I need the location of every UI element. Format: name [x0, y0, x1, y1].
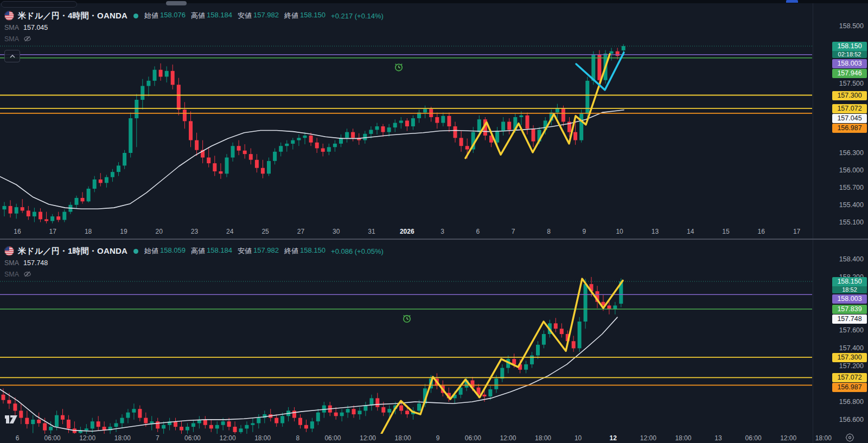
candle-body [135, 100, 138, 118]
time-label: 16 [14, 228, 21, 235]
candle-body [233, 427, 237, 432]
pane-separator[interactable] [0, 239, 868, 240]
time-label: 17 [49, 228, 56, 235]
time-label: 10 [575, 434, 582, 442]
candle-body [488, 389, 492, 396]
time-label: 18:00 [535, 434, 551, 442]
candle-body [219, 171, 222, 174]
time-label: 6 [16, 434, 20, 442]
price-scale[interactable]: 158.500157.500156.300156.000155.700155.4… [813, 3, 868, 443]
candle-body [542, 334, 546, 345]
price-tick-label: 158.400 [826, 255, 864, 263]
price-tick-label: 157.600 [826, 326, 864, 334]
time-label: 12:00 [79, 434, 95, 442]
candle-body [261, 168, 265, 174]
candle-body [3, 206, 7, 209]
eye-off-icon[interactable] [23, 35, 31, 43]
candle-body [279, 146, 283, 152]
candle-body [245, 425, 248, 429]
candle-body [27, 210, 30, 216]
candle-body [351, 132, 355, 138]
time-label: 13 [652, 228, 659, 235]
candle-body [203, 420, 207, 425]
candle-body [613, 305, 617, 309]
time-label: 9 [582, 228, 586, 235]
time-label: 3 [441, 228, 444, 235]
sma-hidden-indicator-row[interactable]: SMA [4, 33, 384, 44]
symbol-title[interactable]: 米ドル／円・4時間・OANDA [18, 11, 127, 21]
candle-body [93, 179, 97, 189]
candle-body [321, 149, 325, 152]
candle-body [501, 122, 505, 131]
candle-body [62, 212, 66, 220]
symbol-title[interactable]: 米ドル／円・1時間・OANDA [18, 246, 127, 256]
candle-body [37, 420, 41, 423]
chart-canvas[interactable] [0, 0, 868, 443]
time-axis-top[interactable]: 1617181920232425273031202636789101314151… [0, 224, 868, 239]
usdjpy-1h-plot[interactable] [0, 277, 812, 439]
price-tick-label: 157.500 [826, 80, 864, 87]
candle-body [61, 415, 65, 420]
candle-body [114, 423, 118, 427]
candle-body [304, 425, 308, 429]
candle-body [129, 118, 132, 153]
time-label: 18:00 [114, 434, 131, 442]
candle-body [387, 409, 391, 413]
eye-off-icon[interactable] [23, 270, 31, 278]
candle-body [9, 206, 12, 214]
candle-body [162, 425, 165, 429]
sma-hidden-indicator-row[interactable]: SMA [4, 268, 384, 280]
candle-body [405, 410, 409, 414]
candle-body [225, 158, 229, 174]
candle-body [97, 421, 100, 427]
candle-body [454, 126, 457, 138]
candle-body [500, 368, 504, 379]
time-label: 18:00 [395, 434, 411, 442]
candle-body [591, 55, 595, 81]
pane-collapse-button[interactable] [4, 50, 20, 62]
tradingview-workspace: 米ドル／円・4時間・OANDA 始値158.076 高値158.184 安値15… [0, 0, 868, 443]
market-open-dot-icon [133, 14, 138, 18]
usdjpy-4h-plot[interactable] [0, 44, 812, 223]
candle-body [180, 427, 183, 431]
time-axis-bottom[interactable]: 606:0012:0018:00706:0012:0018:00806:0012… [0, 433, 868, 443]
candle-body [55, 415, 59, 427]
candle-body [25, 418, 29, 425]
candle-body [123, 153, 126, 165]
candle-body [239, 428, 243, 432]
candle-body [33, 212, 36, 217]
time-label: 06:00 [44, 434, 61, 442]
candle-body [309, 136, 313, 143]
candle-body [340, 413, 344, 416]
time-label: 19 [120, 228, 127, 235]
candle-body [526, 115, 529, 129]
candle-body [303, 136, 307, 138]
candle-body [297, 138, 301, 140]
candle-body [99, 179, 103, 183]
time-label: 8 [296, 434, 299, 442]
sma-indicator-row[interactable]: SMA 157.045 [4, 22, 384, 33]
candle-body [255, 160, 259, 168]
candle-body [7, 400, 11, 404]
price-badge-green: 157.839 [832, 305, 867, 314]
candle-body [43, 423, 47, 431]
candle-body [393, 123, 397, 128]
time-label: 24 [226, 228, 233, 235]
candle-body [183, 110, 187, 121]
candle-body [622, 46, 626, 50]
candle-body [310, 421, 314, 428]
candle-body [578, 322, 582, 348]
candle-body [189, 121, 193, 140]
time-label: 7 [156, 434, 159, 442]
axis-settings-gear-icon[interactable] [845, 433, 856, 442]
candle-body [87, 189, 91, 201]
time-label: 17 [793, 228, 800, 235]
alert-clock-icon[interactable] [395, 64, 402, 71]
candle-body [447, 116, 451, 126]
candle-body [423, 109, 427, 112]
ohlc-values: 始値158.059 高値158.184 安値157.982 終値158.150 … [144, 246, 384, 256]
candle-body [213, 163, 216, 171]
alert-clock-icon[interactable] [404, 315, 410, 322]
sma-indicator-row[interactable]: SMA 157.748 [4, 257, 384, 268]
candle-body [375, 126, 379, 130]
